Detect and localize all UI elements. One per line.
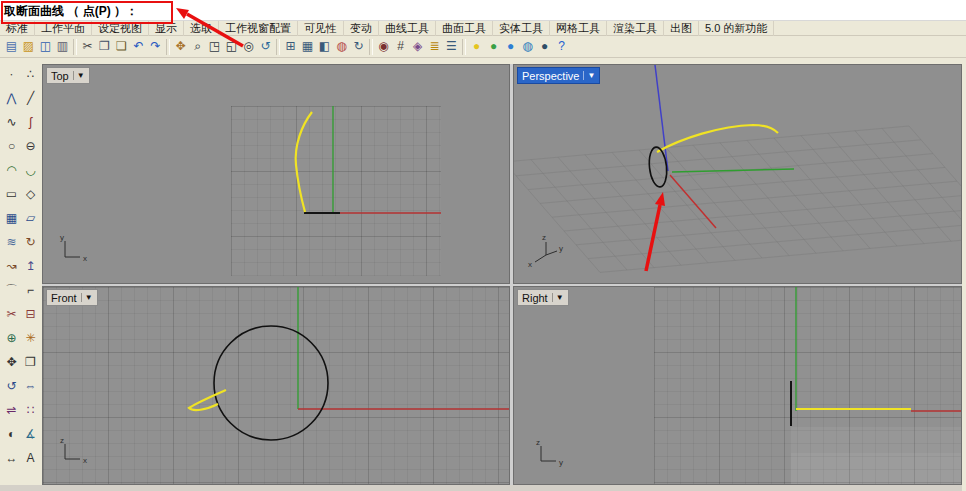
array-tool-icon[interactable]: ∷ — [21, 398, 40, 422]
revolve-tool-icon[interactable]: ↻ — [21, 230, 40, 254]
surface-tool-icon[interactable]: ▦ — [2, 206, 21, 230]
tool-sidebar: ∙∴⋀╱∿ʃ○⊖◠◡▭◇▦▱≋↻↝↥⌒⌐✂⊟⊕✳✥❐↺⇔⇌∷◐∡↔A — [0, 58, 42, 491]
viewport-title: Right — [522, 292, 548, 304]
rotate-view-icon[interactable]: ↻ — [350, 38, 367, 55]
viewport-tab-front[interactable]: Front ▼ — [46, 289, 98, 306]
handle-curve-tool-icon[interactable]: ʃ — [21, 110, 40, 134]
viewport-tab-perspective[interactable]: Perspective ▼ — [517, 67, 600, 84]
menu-tab-6[interactable]: 工作视窗配置 — [219, 21, 298, 36]
text-tool-icon[interactable]: A — [21, 446, 40, 470]
new-file-icon[interactable]: ▤ — [3, 38, 20, 55]
open-file-icon[interactable]: ▨ — [20, 38, 37, 55]
trim-tool-icon[interactable]: ✂ — [2, 302, 21, 326]
ellipse-tool-icon[interactable]: ⊖ — [21, 134, 40, 158]
viewport-tab-top[interactable]: Top ▼ — [46, 67, 90, 84]
undo-view-change-icon[interactable]: ↺ — [257, 38, 274, 55]
zoom-extents-icon[interactable]: ◱ — [223, 38, 240, 55]
join-tool-icon[interactable]: ⊕ — [2, 326, 21, 350]
loft-tool-icon[interactable]: ≋ — [2, 230, 21, 254]
chevron-down-icon[interactable]: ▼ — [81, 293, 93, 302]
mirror-tool-icon[interactable]: ⇌ — [2, 398, 21, 422]
viewport-right[interactable]: z y Right ▼ — [513, 286, 962, 485]
save-file-icon[interactable]: ◫ — [37, 38, 54, 55]
rectangle-tool-icon[interactable]: ▭ — [2, 182, 21, 206]
object-properties-icon[interactable]: ☰ — [443, 38, 460, 55]
fillet-tool-icon[interactable]: ⌒ — [2, 278, 21, 302]
top-viewport-canvas: y x — [43, 65, 510, 284]
yellow-profile-curve[interactable] — [189, 390, 226, 410]
object-snap-icon[interactable]: ◉ — [375, 38, 392, 55]
shaded-mode-icon[interactable]: ◍ — [333, 38, 350, 55]
svg-text:z: z — [60, 436, 64, 445]
move-tool-icon[interactable]: ✥ — [2, 350, 21, 374]
circle-tool-icon[interactable]: ○ — [2, 134, 21, 158]
single-point-tool-icon[interactable]: ∙ — [2, 62, 21, 86]
yellow-profile-curve[interactable] — [657, 125, 778, 152]
viewport-front[interactable]: z x Front ▼ — [42, 286, 510, 485]
axis-indicator: y x — [60, 233, 87, 263]
dimension-tool-icon[interactable]: ↔ — [2, 446, 21, 470]
record-history-icon[interactable]: ◈ — [409, 38, 426, 55]
copy-icon[interactable]: ❐ — [96, 38, 113, 55]
axis-indicator: z y — [536, 438, 563, 467]
material-green-icon[interactable]: ● — [485, 38, 502, 55]
undo-icon[interactable]: ↶ — [130, 38, 147, 55]
menu-tab-12[interactable]: 网格工具 — [550, 21, 607, 36]
viewport-perspective[interactable]: z x y Perspective ▼ — [513, 64, 962, 284]
grid-lighter-band — [791, 453, 962, 485]
grid-light-band — [791, 427, 962, 453]
zoom-dynamic-icon[interactable]: ⌕ — [189, 38, 206, 55]
paste-icon[interactable]: ❏ — [113, 38, 130, 55]
zoom-selected-icon[interactable]: ◎ — [240, 38, 257, 55]
set-view-icon[interactable]: ◧ — [316, 38, 333, 55]
arc-3pt-tool-icon[interactable]: ◡ — [21, 158, 40, 182]
viewport-top[interactable]: y x Top ▼ — [42, 64, 510, 284]
viewport-tab-right[interactable]: Right ▼ — [517, 289, 569, 306]
grid-snap-icon[interactable]: # — [392, 38, 409, 55]
extrude-tool-icon[interactable]: ↥ — [21, 254, 40, 278]
material-yellow-icon[interactable]: ● — [468, 38, 485, 55]
menu-tab-13[interactable]: 渲染工具 — [607, 21, 664, 36]
pan-view-icon[interactable]: ✥ — [172, 38, 189, 55]
boolean-tool-icon[interactable]: ◐ — [2, 422, 21, 446]
material-earth-icon[interactable]: ◍ — [519, 38, 536, 55]
help-icon[interactable]: ? — [553, 38, 570, 55]
material-dark-icon[interactable]: ● — [536, 38, 553, 55]
layers-icon[interactable]: ≣ — [426, 38, 443, 55]
arc-tool-icon[interactable]: ◠ — [2, 158, 21, 182]
menu-tab-8[interactable]: 变动 — [344, 21, 379, 36]
named-views-icon[interactable]: ▦ — [299, 38, 316, 55]
polygon-tool-icon[interactable]: ◇ — [21, 182, 40, 206]
rotate-tool-icon[interactable]: ↺ — [2, 374, 21, 398]
copy-tool-icon[interactable]: ❐ — [21, 350, 40, 374]
zoom-window-icon[interactable]: ◳ — [206, 38, 223, 55]
redo-icon[interactable]: ↷ — [147, 38, 164, 55]
print-icon[interactable]: ▥ — [54, 38, 71, 55]
plane-tool-icon[interactable]: ▱ — [21, 206, 40, 230]
analyze-tool-icon[interactable]: ∡ — [21, 422, 40, 446]
scale-tool-icon[interactable]: ⇔ — [21, 374, 40, 398]
polyline-tool-icon[interactable]: ⋀ — [2, 86, 21, 110]
section-circle-curve[interactable] — [214, 326, 328, 440]
cut-icon[interactable]: ✂ — [79, 38, 96, 55]
chevron-down-icon[interactable]: ▼ — [583, 71, 595, 80]
control-curve-tool-icon[interactable]: ∿ — [2, 110, 21, 134]
menu-tab-15[interactable]: 5.0 的新功能 — [699, 21, 774, 36]
multi-point-tool-icon[interactable]: ∴ — [21, 62, 40, 86]
split-tool-icon[interactable]: ⊟ — [21, 302, 40, 326]
menu-tab-10[interactable]: 曲面工具 — [436, 21, 493, 36]
menu-tab-9[interactable]: 曲线工具 — [379, 21, 436, 36]
menu-tab-5[interactable]: 选取 — [184, 21, 219, 36]
material-blue-icon[interactable]: ● — [502, 38, 519, 55]
sweep-tool-icon[interactable]: ↝ — [2, 254, 21, 278]
chevron-down-icon[interactable]: ▼ — [552, 293, 564, 302]
menu-tab-14[interactable]: 出图 — [664, 21, 699, 36]
line-tool-icon[interactable]: ╱ — [21, 86, 40, 110]
explode-tool-icon[interactable]: ✳ — [21, 326, 40, 350]
chamfer-tool-icon[interactable]: ⌐ — [21, 278, 40, 302]
chevron-down-icon[interactable]: ▼ — [73, 71, 85, 80]
menu-tab-11[interactable]: 实体工具 — [493, 21, 550, 36]
menu-tab-7[interactable]: 可见性 — [298, 21, 344, 36]
yellow-profile-curve[interactable] — [296, 112, 312, 212]
viewport-layout-icon[interactable]: ⊞ — [282, 38, 299, 55]
